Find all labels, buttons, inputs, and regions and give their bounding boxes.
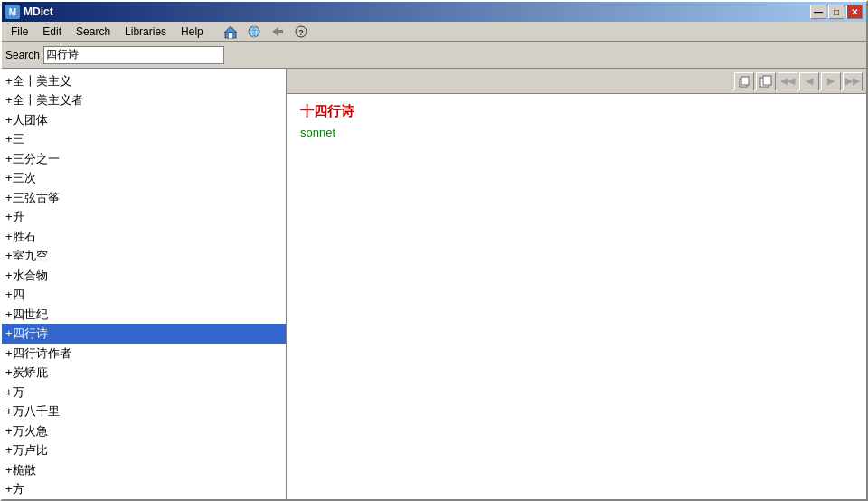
menu-edit[interactable]: Edit (35, 24, 69, 40)
nav-back-2[interactable]: ◀ (799, 72, 819, 90)
list-item[interactable]: +室九空 (2, 246, 286, 266)
copy-button-2[interactable] (756, 72, 776, 90)
copy-button-1[interactable] (734, 72, 754, 90)
list-item[interactable]: +三 (2, 129, 286, 149)
list-item[interactable]: +三弦古筝 (2, 188, 286, 208)
menubar: File Edit Search Libraries Help (2, 22, 866, 42)
toolbar-globe-btn[interactable] (243, 22, 265, 42)
list-item[interactable]: +三次 (2, 168, 286, 188)
window-title: MDict (24, 5, 810, 18)
list-item[interactable]: +四行诗作者 (2, 344, 286, 364)
svg-marker-1 (224, 26, 237, 33)
definition-title: 十四行诗 (300, 103, 853, 120)
list-item[interactable]: +四 (2, 285, 286, 305)
titlebar: M MDict — □ ✕ (2, 2, 866, 22)
list-item[interactable]: +四行诗 (2, 324, 286, 344)
window-controls: — □ ✕ (810, 5, 863, 19)
list-item[interactable]: +万火急 (2, 421, 286, 441)
main-window: M MDict — □ ✕ File Edit Search Libraries… (0, 0, 868, 501)
search-label: Search (5, 49, 40, 61)
word-list-scroll[interactable]: +十四行诗+十拿九稳+年+年间+年间的+年一度的+七+七分之一的+全十美+全十美… (2, 69, 286, 499)
list-item[interactable]: +全十美主义 (2, 71, 286, 91)
svg-rect-14 (763, 76, 771, 85)
maximize-button[interactable]: □ (828, 5, 844, 19)
search-input[interactable] (43, 46, 224, 64)
menu-libraries[interactable]: Libraries (118, 24, 174, 40)
menu-search[interactable]: Search (69, 24, 118, 40)
list-item[interactable]: +万 (2, 383, 286, 402)
nav-back-1[interactable]: ◀◀ (778, 72, 797, 90)
list-item[interactable]: +四世纪 (2, 305, 286, 325)
list-item[interactable]: +全十美主义者 (2, 90, 286, 110)
list-item[interactable]: +万卢比 (2, 440, 286, 460)
menu-file[interactable]: File (4, 24, 35, 40)
list-item[interactable]: +桅散 (2, 460, 286, 480)
list-item[interactable]: +方 (2, 479, 286, 499)
nav-forward-2[interactable]: ▶▶ (843, 72, 863, 90)
list-item[interactable]: +炭矫庇 (2, 363, 286, 383)
list-item[interactable]: +人团体 (2, 110, 286, 130)
list-item[interactable]: +胜石 (2, 227, 286, 247)
minimize-button[interactable]: — (810, 5, 826, 19)
app-icon: M (5, 5, 20, 19)
top-toolbar: ◀◀ ◀ ▶ ▶▶ (287, 69, 866, 94)
list-item[interactable]: +水合物 (2, 266, 286, 286)
list-item[interactable]: +万八千里 (2, 402, 286, 421)
close-button[interactable]: ✕ (846, 5, 863, 19)
definition-content: sonnet (300, 126, 853, 139)
word-list-panel: +十四行诗+十拿九稳+年+年间+年间的+年一度的+七+七分之一的+全十美+全十美… (2, 69, 287, 499)
toolbar-help-btn[interactable]: ? (290, 22, 312, 42)
svg-marker-8 (272, 27, 283, 36)
search-area: Search (2, 42, 866, 69)
list-item[interactable]: +升 (2, 207, 286, 227)
svg-rect-2 (229, 33, 232, 38)
definition-panel: 十四行诗 sonnet (287, 94, 866, 499)
svg-text:?: ? (298, 28, 304, 37)
list-item[interactable]: +三分之一 (2, 149, 286, 169)
svg-rect-12 (741, 77, 749, 85)
nav-forward-1[interactable]: ▶ (821, 72, 841, 90)
menu-help[interactable]: Help (174, 24, 211, 40)
toolbar-home-btn[interactable] (220, 22, 241, 42)
toolbar-back-btn[interactable] (267, 22, 288, 42)
